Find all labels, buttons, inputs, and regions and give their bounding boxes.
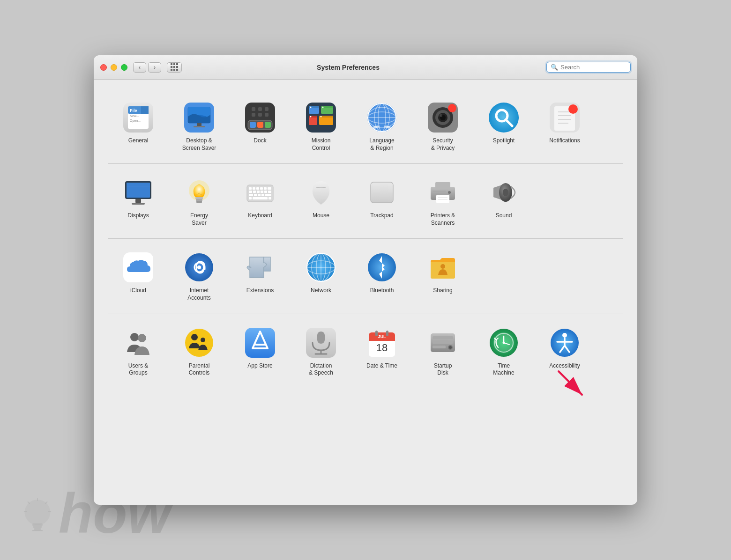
svg-rect-100 [258,194,261,196]
pref-security-privacy[interactable]: Security& Privacy [412,96,473,156]
back-button[interactable]: ‹ [133,62,146,73]
maximize-button[interactable] [121,64,127,71]
section-personal: File New... Open... General [108,89,623,164]
svg-rect-151 [433,346,446,348]
svg-rect-96 [264,191,267,193]
pref-sound[interactable]: Sound [473,171,534,231]
minimize-button[interactable] [111,64,117,71]
pref-spotlight[interactable]: Spotlight [473,96,534,156]
pref-language-region[interactable]: Language& Region [351,96,412,156]
startup-disk-label: StartupDisk [434,362,452,377]
pref-bluetooth[interactable]: Bluetooth [351,246,412,306]
pref-notifications[interactable]: Notifications [534,96,595,156]
svg-rect-79 [132,203,145,205]
sharing-icon [426,251,460,284]
svg-rect-95 [261,191,263,193]
icloud-icon [121,251,155,284]
svg-rect-110 [436,195,449,203]
energy-saver-label: EnergySaver [190,212,208,227]
language-region-label: Language& Region [369,137,394,152]
pref-printers-scanners[interactable]: Printers &Scanners [412,171,473,231]
svg-point-64 [489,103,519,133]
svg-rect-29 [252,107,255,111]
svg-rect-26 [250,122,256,128]
pref-keyboard[interactable]: Keyboard [230,171,291,231]
svg-point-134 [201,338,205,342]
spotlight-label: Spotlight [493,137,515,145]
svg-rect-138 [317,332,325,344]
svg-rect-97 [268,191,271,193]
svg-rect-103 [253,197,268,199]
svg-rect-101 [261,194,264,196]
svg-point-159 [503,341,505,344]
bluetooth-icon [365,251,399,284]
pref-startup-disk[interactable]: StartupDisk [412,321,473,382]
svg-point-116 [503,189,508,196]
pref-sharing[interactable]: Sharing [412,246,473,306]
pref-dictation-speech[interactable]: Dictation& Speech [291,321,351,382]
grid-view-button[interactable] [167,62,182,73]
language-region-icon [365,101,399,134]
search-icon: 🔍 [551,64,558,71]
dock-icon [243,101,277,134]
svg-point-73 [568,104,578,114]
svg-rect-90 [264,187,267,190]
section-system: Users &Groups ParentalCont [108,314,623,389]
accessibility-label: Accessibility [549,362,580,370]
search-input[interactable] [560,64,627,71]
pref-date-time[interactable]: JUL 18 Date & Time [351,321,412,382]
displays-label: Displays [127,212,149,220]
pref-dock[interactable]: Dock [230,96,291,156]
svg-rect-88 [256,187,259,190]
printers-scanners-icon [426,176,460,209]
date-time-icon: JUL 18 [365,326,399,360]
svg-point-46 [310,116,312,118]
svg-rect-93 [253,191,256,193]
time-machine-icon [487,326,521,360]
svg-point-120 [197,265,201,269]
svg-rect-144 [375,331,378,336]
close-button[interactable] [100,64,107,71]
svg-rect-105 [269,197,271,199]
trackpad-icon [365,176,399,209]
pref-parental-controls[interactable]: ParentalControls [169,321,230,382]
pref-displays[interactable]: Displays [108,171,169,231]
svg-point-129 [440,264,445,269]
pref-trackpad[interactable]: Trackpad [351,171,412,231]
dictation-speech-icon [304,326,338,360]
svg-point-0 [25,500,51,525]
extensions-icon [243,251,277,284]
forward-button[interactable]: › [148,62,161,73]
pref-mission-control[interactable]: MissionControl [291,96,351,156]
dictation-speech-label: Dictation& Speech [309,362,333,377]
pref-app-store[interactable]: App Store [230,321,291,382]
security-privacy-label: Security& Privacy [431,137,455,152]
startup-disk-icon [426,326,460,360]
general-icon: File New... Open... [121,101,155,134]
search-box[interactable]: 🔍 [546,62,631,73]
pref-mouse[interactable]: Mouse [291,171,351,231]
pref-extensions[interactable]: Extensions [230,246,291,306]
pref-desktop-screensaver[interactable]: Desktop &Screen Saver [169,96,230,156]
svg-rect-76 [127,183,150,198]
svg-rect-22 [194,126,205,127]
nav-buttons: ‹ › [133,62,161,73]
users-groups-label: Users &Groups [128,362,149,377]
dock-label: Dock [254,137,266,145]
svg-rect-99 [254,194,257,196]
notifications-label: Notifications [549,137,580,145]
desktop-screensaver-icon [182,101,216,134]
pref-internet-accounts[interactable]: InternetAccounts [169,246,230,306]
pref-accessibility[interactable]: Accessibility [534,321,595,382]
keyboard-icon [243,176,277,209]
spotlight-icon [487,101,521,134]
pref-general[interactable]: File New... Open... General [108,96,169,156]
pref-time-machine[interactable]: TimeMachine [473,321,534,382]
grid-icon [171,63,179,71]
pref-network[interactable]: Network [291,246,351,306]
pref-users-groups[interactable]: Users &Groups [108,321,169,382]
section-internet: iCloud [108,239,623,314]
mission-control-label: MissionControl [312,137,331,152]
pref-icloud[interactable]: iCloud [108,246,169,306]
pref-energy-saver[interactable]: EnergySaver [169,171,230,231]
